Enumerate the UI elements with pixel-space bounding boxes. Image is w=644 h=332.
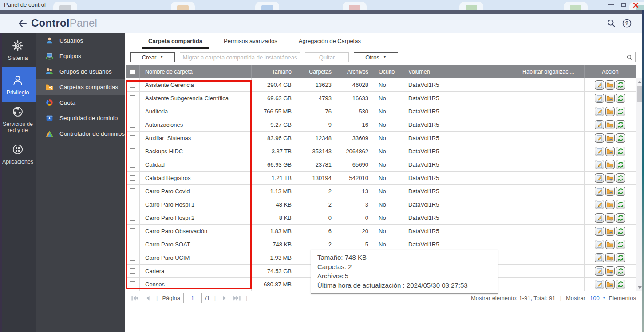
column-header-hidden[interactable]: Oculto — [375, 65, 403, 78]
table-row[interactable]: Calidad Registros 1.21 TB 130194 542010 … — [126, 172, 636, 185]
refresh-button[interactable] — [616, 147, 625, 156]
permissions-button[interactable] — [605, 227, 615, 236]
sidebar-item-controlador-dominios[interactable]: Controlador de dominios — [36, 126, 125, 141]
refresh-button[interactable] — [616, 187, 625, 196]
row-checkbox[interactable] — [130, 175, 135, 181]
permissions-button[interactable] — [605, 280, 615, 289]
table-row[interactable]: Autorizaciones 9.27 GB 9 16 No DataVol1R… — [126, 118, 636, 132]
page-size-value[interactable]: 100 — [590, 295, 600, 301]
back-arrow-icon[interactable] — [17, 18, 28, 29]
create-button[interactable]: Crear▼ — [130, 52, 175, 62]
permissions-button[interactable] — [605, 120, 615, 129]
edit-button[interactable] — [595, 253, 604, 262]
help-icon[interactable]: ? — [622, 18, 632, 28]
permissions-button[interactable] — [605, 266, 615, 276]
permissions-button[interactable] — [605, 240, 615, 249]
permissions-button[interactable] — [605, 253, 615, 262]
table-row[interactable]: Carro Paro Covid 1.13 MB 2 13 No DataVol… — [126, 185, 636, 198]
table-row[interactable]: Asistente Gerencia 290.4 GB 13623 46028 … — [126, 78, 636, 92]
edit-button[interactable] — [595, 187, 604, 196]
last-page-button[interactable] — [233, 293, 241, 302]
prev-page-button[interactable] — [143, 293, 152, 302]
scroll-down-arrow[interactable] — [636, 285, 643, 291]
refresh-button[interactable] — [616, 80, 625, 90]
row-checkbox[interactable] — [130, 82, 135, 88]
row-checkbox[interactable] — [130, 188, 135, 194]
row-checkbox[interactable] — [130, 162, 135, 168]
scrollbar-thumb[interactable] — [637, 86, 642, 102]
edit-button[interactable] — [595, 94, 604, 103]
refresh-button[interactable] — [616, 94, 625, 103]
maximize-button[interactable] — [621, 3, 626, 7]
next-page-button[interactable] — [220, 293, 229, 302]
permissions-button[interactable] — [605, 200, 615, 209]
column-header-files[interactable]: Archivos — [338, 65, 375, 78]
row-checkbox[interactable] — [130, 122, 135, 128]
table-row[interactable]: Backups HIDC 3.37 TB 353143 2064862 No D… — [126, 145, 636, 158]
edit-button[interactable] — [595, 147, 604, 156]
column-header-organize[interactable]: Habilitar organizaci... — [517, 65, 585, 78]
permissions-button[interactable] — [605, 213, 615, 223]
edit-button[interactable] — [595, 133, 604, 143]
scroll-up-arrow[interactable] — [636, 79, 643, 85]
column-header-folders[interactable]: Carpetas — [298, 65, 338, 78]
search-icon[interactable] — [626, 54, 633, 61]
row-checkbox[interactable] — [130, 109, 135, 114]
edit-button[interactable] — [595, 120, 604, 129]
permissions-button[interactable] — [605, 107, 615, 116]
permissions-button[interactable] — [605, 94, 615, 103]
sidebar-item-grupos[interactable]: Grupos de usuarios — [36, 64, 125, 79]
row-checkbox[interactable] — [130, 148, 135, 154]
table-row[interactable]: Auditoria 766.55 MB 76 530 No DataVol1R5 — [126, 105, 636, 118]
sidebar-item-seguridad-dominio[interactable]: Seguridad de dominio — [36, 110, 125, 126]
table-row[interactable]: Auxiliar_Sistemas 83.96 GB 12348 33609 N… — [126, 132, 636, 145]
edit-button[interactable] — [595, 280, 604, 289]
table-row[interactable]: Calidad 66.93 GB 23781 65690 No DataVol1… — [126, 158, 636, 172]
edit-button[interactable] — [595, 240, 604, 249]
row-checkbox[interactable] — [130, 202, 135, 207]
refresh-button[interactable] — [616, 280, 625, 289]
edit-button[interactable] — [595, 213, 604, 223]
table-row[interactable]: Carro Paro Hospi 2 8 KB 0 0 No DataVol1R… — [126, 211, 636, 225]
row-checkbox[interactable] — [130, 242, 135, 247]
row-checkbox[interactable] — [130, 228, 135, 234]
table-row[interactable]: Asistente Subgerencia Científica 69.63 G… — [126, 92, 636, 105]
refresh-button[interactable] — [616, 133, 625, 143]
sidebar-item-equipos[interactable]: Equipos — [36, 48, 125, 64]
migrate-button[interactable]: Migrar a carpeta compartida de instantán… — [180, 52, 300, 62]
refresh-button[interactable] — [616, 227, 625, 236]
row-checkbox[interactable] — [130, 268, 135, 274]
refresh-button[interactable] — [616, 160, 625, 169]
row-checkbox[interactable] — [130, 95, 135, 101]
row-checkbox[interactable] — [130, 215, 135, 221]
page-number-input[interactable] — [183, 293, 202, 303]
refresh-button[interactable] — [616, 120, 625, 129]
tab-agregacion-carpetas[interactable]: Agregación de Carpetas — [292, 38, 367, 49]
close-button[interactable] — [633, 2, 639, 8]
row-checkbox[interactable] — [130, 255, 135, 261]
refresh-button[interactable] — [616, 240, 625, 249]
refresh-button[interactable] — [616, 253, 625, 262]
edit-button[interactable] — [595, 227, 604, 236]
table-row[interactable]: Carro Paro Hospi 1 48 KB 2 3 No DataVol1… — [126, 198, 636, 211]
others-button[interactable]: Otros▼ — [354, 52, 398, 62]
permissions-button[interactable] — [605, 160, 615, 169]
edit-button[interactable] — [595, 107, 604, 116]
tab-carpeta-compartida[interactable]: Carpeta compartida — [142, 38, 209, 49]
select-all-checkbox[interactable] — [130, 69, 135, 75]
row-checkbox[interactable] — [130, 135, 135, 141]
row-checkbox[interactable] — [130, 281, 135, 287]
permissions-button[interactable] — [605, 147, 615, 156]
column-header-volume[interactable]: Volumen — [403, 65, 517, 78]
sidebar-section-aplicaciones[interactable]: Aplicaciones — [0, 137, 36, 171]
table-scrollbar[interactable] — [636, 78, 642, 291]
edit-button[interactable] — [595, 160, 604, 169]
table-row[interactable]: Carro Paro Observación 1.83 MB 6 20 No D… — [126, 225, 636, 238]
tab-permisos-avanzados[interactable]: Permisos avanzados — [217, 38, 284, 49]
edit-button[interactable] — [595, 173, 604, 183]
sidebar-section-privilegio[interactable]: Privilegio — [0, 67, 36, 102]
permissions-button[interactable] — [605, 173, 615, 183]
edit-button[interactable] — [595, 80, 604, 90]
refresh-button[interactable] — [616, 266, 625, 276]
column-header-action[interactable]: Acción — [585, 65, 636, 78]
